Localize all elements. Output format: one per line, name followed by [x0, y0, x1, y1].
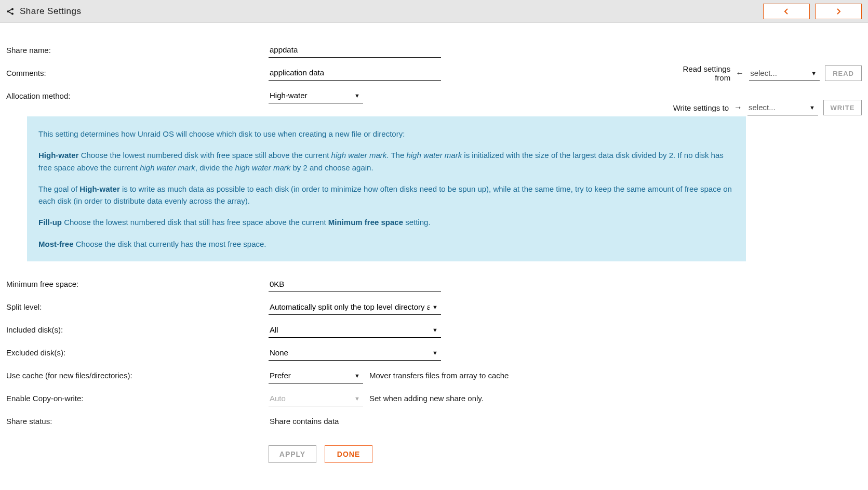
- share-status-label: Share status:: [6, 417, 269, 426]
- write-settings-select[interactable]: select...: [747, 100, 818, 115]
- next-page-button[interactable]: [815, 4, 862, 19]
- help-intro: This setting determines how Unraid OS wi…: [38, 128, 735, 140]
- write-button[interactable]: WRITE: [823, 100, 862, 115]
- help-high-water-goal: The goal of High-water is to write as mu…: [38, 183, 735, 207]
- min-free-space-input[interactable]: [269, 276, 441, 292]
- page-title: Share Settings: [20, 6, 82, 17]
- allocation-method-label: Allocation method:: [6, 91, 269, 100]
- comments-input[interactable]: [269, 65, 441, 81]
- copy-on-write-label: Enable Copy-on-write:: [6, 394, 269, 403]
- share-icon: [6, 7, 15, 16]
- split-level-label: Split level:: [6, 302, 269, 311]
- split-level-select[interactable]: Automatically split only the top level d…: [269, 299, 441, 315]
- copy-on-write-select: Auto: [269, 391, 363, 406]
- min-free-space-label: Minimum free space:: [6, 280, 269, 288]
- use-cache-note: Mover transfers files from array to cach…: [363, 371, 509, 380]
- done-button[interactable]: DONE: [325, 445, 372, 463]
- share-name-label: Share name:: [6, 46, 269, 55]
- header-bar: Share Settings: [0, 0, 868, 23]
- allocation-method-select[interactable]: High-water: [269, 88, 363, 103]
- allocation-help-panel: This setting determines how Unraid OS wi…: [27, 116, 746, 261]
- prev-page-button[interactable]: [763, 4, 810, 19]
- form-content: Share name: Comments: Allocation method:…: [0, 23, 752, 484]
- use-cache-select[interactable]: Prefer: [269, 368, 363, 383]
- svg-point-2: [11, 12, 14, 15]
- excluded-disks-label: Excluded disk(s):: [6, 348, 269, 357]
- read-button[interactable]: READ: [825, 65, 862, 81]
- excluded-disks-select[interactable]: None: [269, 345, 441, 361]
- included-disks-label: Included disk(s):: [6, 325, 269, 334]
- apply-button[interactable]: APPLY: [269, 445, 316, 463]
- help-high-water: High-water Choose the lowest numbered di…: [38, 149, 735, 174]
- svg-point-1: [11, 8, 14, 10]
- comments-label: Comments:: [6, 69, 269, 77]
- included-disks-select[interactable]: All: [269, 322, 441, 338]
- share-status-value: Share contains data: [269, 414, 340, 429]
- read-settings-select[interactable]: select...: [749, 65, 820, 81]
- help-most-free: Most-free Choose the disk that currently…: [38, 238, 735, 250]
- help-fill-up: Fill-up Choose the lowest numbered disk …: [38, 216, 735, 228]
- share-name-input[interactable]: [269, 42, 441, 58]
- copy-on-write-note: Set when adding new share only.: [363, 394, 484, 403]
- use-cache-label: Use cache (for new files/directories):: [6, 371, 269, 380]
